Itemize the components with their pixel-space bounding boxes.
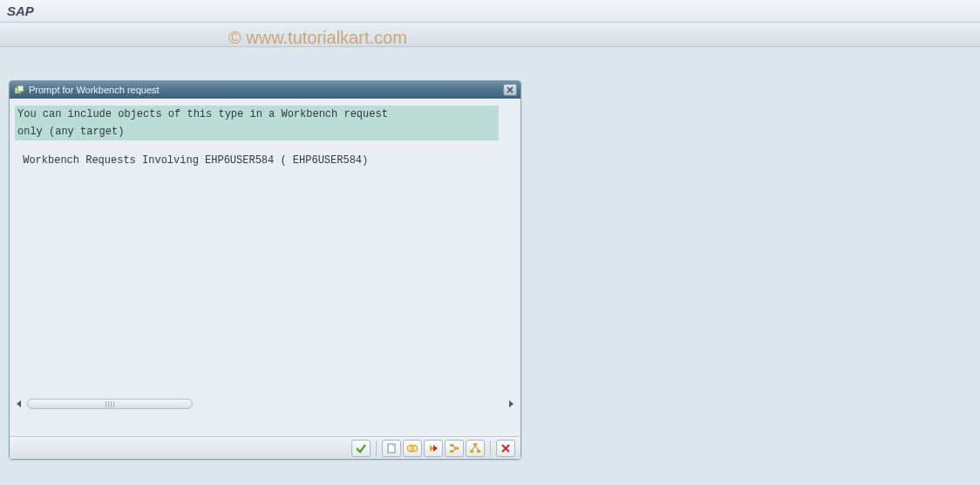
svg-rect-14 bbox=[455, 447, 459, 449]
svg-rect-6 bbox=[388, 444, 395, 453]
continue-button[interactable] bbox=[351, 440, 371, 457]
svg-rect-1 bbox=[17, 85, 24, 92]
dialog-footer bbox=[10, 436, 521, 459]
workbench-request-dialog: Prompt for Workbench request You can inc… bbox=[9, 80, 521, 460]
scroll-thumb[interactable] bbox=[27, 399, 193, 409]
cancel-icon bbox=[500, 443, 511, 454]
scroll-right-button[interactable] bbox=[507, 399, 515, 409]
svg-line-16 bbox=[453, 448, 455, 452]
svg-marker-5 bbox=[509, 400, 514, 407]
svg-marker-4 bbox=[17, 400, 21, 407]
new-document-icon bbox=[385, 442, 398, 454]
create-request-button[interactable] bbox=[382, 440, 401, 457]
svg-rect-12 bbox=[450, 444, 453, 447]
check-icon bbox=[355, 442, 367, 454]
content-area: Prompt for Workbench request You can inc… bbox=[0, 47, 980, 73]
tree-alt-button[interactable] bbox=[466, 440, 485, 457]
triangle-right-icon bbox=[508, 400, 514, 407]
dialog-body: You can include objects of this type in … bbox=[10, 99, 521, 436]
scroll-track[interactable] bbox=[25, 399, 505, 409]
dialog-close-button[interactable] bbox=[503, 84, 517, 96]
forward-icon bbox=[427, 442, 439, 454]
app-title-bar: SAP bbox=[0, 0, 980, 23]
forward-button[interactable] bbox=[424, 440, 443, 457]
requests-info-line: Workbench Requests Involving EHP6USER584… bbox=[15, 154, 515, 167]
tree-button[interactable] bbox=[445, 440, 464, 457]
app-title: SAP bbox=[7, 3, 34, 18]
highlight-message-line1: You can include objects of this type in … bbox=[15, 106, 499, 123]
footer-separator bbox=[376, 441, 377, 456]
tree-alt-icon bbox=[469, 442, 481, 454]
svg-rect-13 bbox=[450, 450, 453, 453]
svg-rect-18 bbox=[470, 450, 473, 453]
svg-marker-11 bbox=[433, 445, 438, 452]
cancel-button[interactable] bbox=[496, 440, 515, 457]
tree-icon bbox=[448, 442, 460, 454]
footer-separator-2 bbox=[490, 441, 491, 456]
svg-line-20 bbox=[472, 446, 475, 450]
triangle-left-icon bbox=[17, 400, 22, 407]
svg-line-21 bbox=[475, 446, 479, 450]
horizontal-scrollbar[interactable] bbox=[15, 398, 515, 410]
svg-rect-17 bbox=[473, 443, 477, 446]
dialog-title: Prompt for Workbench request bbox=[29, 85, 503, 95]
overlap-squares-icon bbox=[13, 84, 25, 96]
highlight-message-line2: only (any target) bbox=[15, 123, 499, 140]
svg-rect-19 bbox=[477, 450, 480, 453]
own-requests-icon bbox=[406, 442, 419, 454]
scroll-left-button[interactable] bbox=[15, 399, 24, 409]
close-icon bbox=[507, 86, 514, 93]
svg-line-15 bbox=[453, 445, 455, 448]
dialog-titlebar[interactable]: Prompt for Workbench request bbox=[10, 81, 521, 99]
own-requests-button[interactable] bbox=[403, 440, 422, 457]
toolbar-strip bbox=[0, 23, 980, 47]
